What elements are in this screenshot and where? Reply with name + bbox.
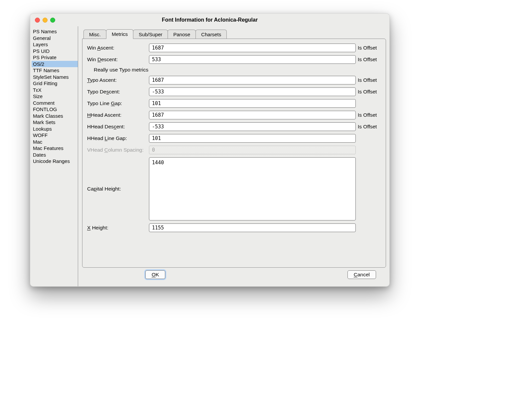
- sidebar-item-woff[interactable]: WOFF: [32, 132, 78, 139]
- typo-descent-input[interactable]: [149, 87, 356, 96]
- font-info-window: Font Information for Aclonica-Regular PS…: [30, 13, 390, 287]
- typo-ascent-offset[interactable]: Is Offset: [358, 77, 381, 83]
- vhead-spacing-label: VHead Column Spacing:: [87, 147, 147, 153]
- category-sidebar: PS NamesGeneralLayersPS UIDPS PrivateOS/…: [30, 26, 78, 286]
- sidebar-item-ps-uid[interactable]: PS UID: [32, 48, 78, 55]
- sidebar-item-mac-features[interactable]: Mac Features: [32, 145, 78, 152]
- x-height-label: X Height:: [87, 225, 147, 231]
- typo-linegap-label: Typo Line Gap:: [87, 100, 147, 106]
- hhead-ascent-offset[interactable]: Is Offset: [358, 112, 381, 118]
- tab-metrics[interactable]: Metrics: [106, 29, 133, 39]
- sidebar-item-unicode-ranges[interactable]: Unicode Ranges: [32, 158, 78, 165]
- tab-charsets[interactable]: Charsets: [196, 30, 227, 39]
- zoom-icon[interactable]: [50, 18, 55, 23]
- typo-ascent-label: Typo Ascent:: [87, 77, 147, 83]
- win-descent-input[interactable]: [149, 55, 356, 64]
- window-title: Font Information for Aclonica-Regular: [30, 17, 389, 23]
- capital-height-label: Capital Height:: [87, 186, 147, 192]
- win-ascent-input[interactable]: [149, 44, 356, 52]
- sidebar-item-comment[interactable]: Comment: [32, 100, 78, 106]
- hhead-descent-offset[interactable]: Is Offset: [358, 124, 381, 130]
- sidebar-item-ps-private[interactable]: PS Private: [32, 54, 78, 61]
- sidebar-item-styleset-names[interactable]: StyleSet Names: [32, 74, 78, 80]
- sidebar-item-mac[interactable]: Mac: [32, 139, 78, 145]
- sidebar-item-os-2[interactable]: OS/2: [32, 61, 78, 68]
- win-ascent-offset[interactable]: Is Offset: [358, 45, 381, 51]
- tab-sub-super[interactable]: Sub/Super: [133, 30, 168, 39]
- vhead-spacing-input: [149, 146, 356, 154]
- cancel-button[interactable]: CancelCancel: [347, 270, 376, 279]
- hhead-linegap-label: HHead Line Gap:: [87, 135, 147, 141]
- sidebar-item-grid-fitting[interactable]: Grid Fitting: [32, 80, 78, 87]
- sidebar-item-general[interactable]: General: [32, 35, 78, 42]
- sidebar-item-t-x[interactable]: TεX: [32, 87, 78, 93]
- sidebar-item-ttf-names[interactable]: TTF Names: [32, 67, 78, 74]
- sidebar-item-dates[interactable]: Dates: [32, 152, 78, 158]
- really-use-typo-checkbox-label[interactable]: Really use Typo metrics: [87, 67, 381, 73]
- x-height-input[interactable]: [149, 223, 356, 232]
- typo-descent-label: Typo Descent:: [87, 89, 147, 95]
- hhead-descent-input[interactable]: [149, 122, 356, 131]
- capital-height-input[interactable]: 1440: [149, 157, 356, 220]
- sidebar-item-layers[interactable]: Layers: [32, 41, 78, 48]
- sidebar-item-ps-names[interactable]: PS Names: [32, 28, 78, 35]
- win-ascent-label: Win Ascent:: [87, 45, 147, 51]
- typo-ascent-input[interactable]: [149, 76, 356, 84]
- sidebar-item-fontlog[interactable]: FONTLOG: [32, 106, 78, 113]
- sidebar-item-size[interactable]: Size: [32, 93, 78, 100]
- tab-panose[interactable]: Panose: [168, 30, 196, 39]
- hhead-ascent-input[interactable]: [149, 111, 356, 119]
- typo-linegap-input[interactable]: [149, 99, 356, 108]
- ok-button[interactable]: OOKK: [145, 270, 165, 279]
- hhead-ascent-label: HHead Ascent:: [87, 112, 147, 118]
- sidebar-item-lookups[interactable]: Lookups: [32, 126, 78, 132]
- tab-misc-[interactable]: Misc.: [83, 30, 106, 39]
- close-icon[interactable]: [35, 18, 40, 23]
- hhead-linegap-input[interactable]: [149, 134, 356, 143]
- titlebar: Font Information for Aclonica-Regular: [30, 14, 389, 26]
- window-controls: [35, 18, 55, 23]
- hhead-descent-label: HHead Descent:: [87, 124, 147, 130]
- win-descent-label: Win Descent:: [87, 57, 147, 63]
- sidebar-item-mark-sets[interactable]: Mark Sets: [32, 119, 78, 126]
- sidebar-item-mark-classes[interactable]: Mark Classes: [32, 113, 78, 119]
- win-descent-offset[interactable]: Is Offset: [358, 57, 381, 63]
- minimize-icon[interactable]: [43, 18, 48, 23]
- metrics-panel: Win Ascent: Is Offset Win Descent: Is Of…: [82, 39, 386, 268]
- tab-bar: Misc.MetricsSub/SuperPanoseCharsets: [83, 29, 386, 39]
- typo-descent-offset[interactable]: Is Offset: [358, 89, 381, 95]
